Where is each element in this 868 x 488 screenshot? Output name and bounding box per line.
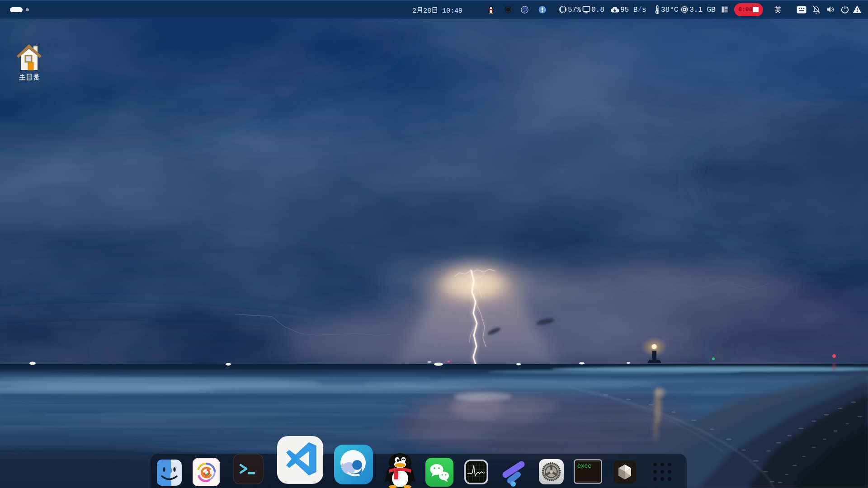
svg-text:exec: exec — [577, 463, 591, 469]
